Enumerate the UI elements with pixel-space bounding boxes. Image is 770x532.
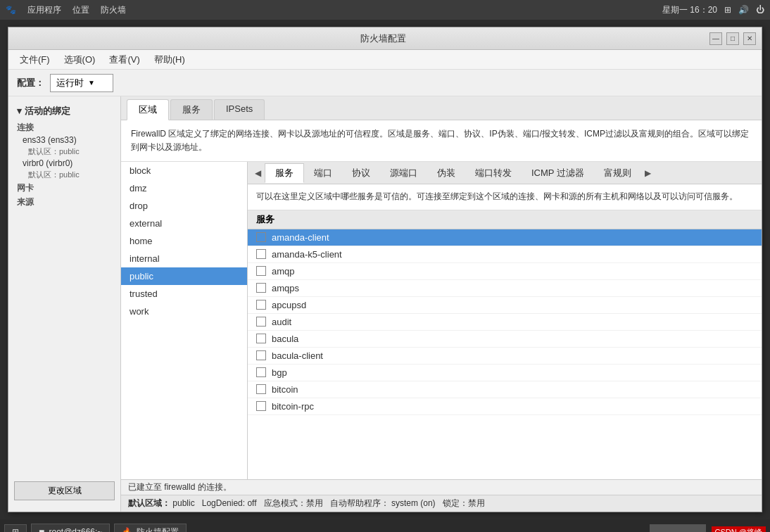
checkbox-bgp[interactable] xyxy=(256,367,266,377)
menu-options[interactable]: 选项(O) xyxy=(58,52,101,68)
tab-zone[interactable]: 区域 xyxy=(127,99,169,120)
service-item-bgp[interactable]: bgp xyxy=(248,365,762,381)
minimize-button[interactable]: — xyxy=(709,32,722,45)
app-menu[interactable]: 应用程序 xyxy=(27,4,61,16)
service-list-header: 服务 xyxy=(248,210,762,229)
checkbox-bacula-client[interactable] xyxy=(256,350,266,360)
close-button[interactable]: ✕ xyxy=(743,32,756,45)
checkbox-amqps[interactable] xyxy=(256,283,266,293)
zone-item-internal[interactable]: internal xyxy=(121,250,247,267)
tab-services[interactable]: 服务 xyxy=(170,99,213,120)
prev-tab-button[interactable]: ◀ xyxy=(251,163,265,183)
service-item-amqp[interactable]: amqp xyxy=(248,263,762,280)
zone-item-trusted[interactable]: trusted xyxy=(121,285,247,303)
checkbox-bitcoin[interactable] xyxy=(256,384,266,394)
service-item-amanda-client[interactable]: amanda-client xyxy=(248,229,762,246)
runtime-dropdown[interactable]: 运行时 ▼ xyxy=(50,74,113,92)
service-item-bacula-client[interactable]: bacula-client xyxy=(248,348,762,365)
zone-item-dmz[interactable]: dmz xyxy=(121,179,247,197)
auto-helper-label: 自动帮助程序： xyxy=(330,498,389,508)
firewall-taskbar-button[interactable]: 🔥 防火墙配置 xyxy=(114,524,187,533)
zone-item-block[interactable]: block xyxy=(121,162,247,179)
sidebar-virbr0[interactable]: virbr0 (virbr0) xyxy=(8,158,120,169)
sidebar-virbr0-default: 默认区：public xyxy=(8,169,120,181)
csdn-badge: CSDN @将峰 xyxy=(712,526,766,533)
main-window: 防火墙配置 — □ ✕ 文件(F) 选项(O) 查看(V) 帮助(H) 配置： … xyxy=(8,27,762,512)
change-zone-button[interactable]: 更改区域 xyxy=(14,481,115,500)
toolbar: 配置： 运行时 ▼ xyxy=(8,70,762,96)
sidebar: ▾ 活动的绑定 连接 ens33 (ens33) 默认区：public virb… xyxy=(8,96,121,512)
next-tab-button[interactable]: ▶ xyxy=(641,163,655,183)
status-bar-bottom: 默认区域： public LogDenied: off 应急模式：禁用 自动帮助… xyxy=(121,495,762,512)
window-controls: — □ ✕ xyxy=(709,32,756,45)
checkbox-bacula[interactable] xyxy=(256,334,266,343)
main-tab-bar: 区域 服务 IPSets xyxy=(121,96,762,120)
service-item-apcupsd[interactable]: apcupsd xyxy=(248,297,762,314)
network-icon: ⊞ xyxy=(724,5,731,15)
tab-ipsets[interactable]: IPSets xyxy=(214,99,265,120)
taskbar-right: CSDN @将峰 xyxy=(650,524,766,532)
service-item-bitcoin-rpc[interactable]: bitcoin-rpc xyxy=(248,398,762,415)
service-item-bacula[interactable]: bacula xyxy=(248,331,762,348)
service-tab-5[interactable]: 端口转发 xyxy=(465,163,522,183)
service-item-bitcoin[interactable]: bitcoin xyxy=(248,381,762,398)
menu-file[interactable]: 文件(F) xyxy=(14,52,56,68)
service-item-amqps[interactable]: amqps xyxy=(248,280,762,297)
service-tab-4[interactable]: 伪装 xyxy=(427,163,465,183)
sidebar-bottom: 更改区域 xyxy=(8,476,120,506)
checkbox-amqp[interactable] xyxy=(256,266,266,276)
default-zone-value: public xyxy=(172,498,194,508)
service-tab-2[interactable]: 协议 xyxy=(342,163,380,183)
service-tab-bar: ◀ 服务端口协议源端口伪装端口转发ICMP 过滤器富规则 ▶ xyxy=(248,162,762,184)
maximize-button[interactable]: □ xyxy=(726,32,739,45)
service-item-amanda-k5-client[interactable]: amanda-k5-client xyxy=(248,246,762,263)
menu-help[interactable]: 帮助(H) xyxy=(149,52,191,68)
terminal-button[interactable]: ■ root@dz666:~ xyxy=(31,524,110,532)
auto-helper-value: system (on) xyxy=(391,498,436,508)
zone-item-home[interactable]: home xyxy=(121,232,247,250)
service-label-amanda-client: amanda-client xyxy=(272,232,329,243)
firewall-icon: 🔥 xyxy=(122,527,132,532)
sidebar-ens33[interactable]: ens33 (ens33) xyxy=(8,134,120,146)
taskbar-input xyxy=(650,524,706,532)
checkbox-amanda-k5-client[interactable] xyxy=(256,249,266,259)
status-connected: 已建立至 firewalld 的连接。 xyxy=(128,482,232,492)
zone-item-drop[interactable]: drop xyxy=(121,197,247,215)
checkbox-bitcoin-rpc[interactable] xyxy=(256,401,266,411)
service-tab-0[interactable]: 服务 xyxy=(265,163,304,183)
fedora-logo: 🐾 xyxy=(6,5,16,15)
title-bar: 防火墙配置 — □ ✕ xyxy=(8,27,762,50)
screen-icon: ⊞ xyxy=(12,527,19,532)
taskbar: ⊞ ■ root@dz666:~ 🔥 防火墙配置 CSDN @将峰 xyxy=(0,519,770,532)
power-icon: ⏻ xyxy=(756,5,764,15)
time-display: 星期一 16：20 xyxy=(662,4,717,16)
zone-item-public[interactable]: public xyxy=(121,267,247,285)
service-item-audit[interactable]: audit xyxy=(248,314,762,331)
service-label-bitcoin-rpc: bitcoin-rpc xyxy=(272,401,314,412)
service-label-amqp: amqp xyxy=(272,266,295,277)
screen-button[interactable]: ⊞ xyxy=(4,524,27,532)
position-menu[interactable]: 位置 xyxy=(72,4,89,16)
config-label: 配置： xyxy=(17,77,44,89)
sidebar-active-bindings[interactable]: ▾ 活动的绑定 xyxy=(8,102,120,120)
service-tab-7[interactable]: 富规则 xyxy=(594,163,641,183)
zone-description: FirewallD 区域定义了绑定的网络连接、网卡以及源地址的可信程度。区域是服… xyxy=(121,120,762,162)
menu-view[interactable]: 查看(V) xyxy=(103,52,145,68)
menu-bar: 文件(F) 选项(O) 查看(V) 帮助(H) xyxy=(8,50,762,70)
zone-item-external[interactable]: external xyxy=(121,215,247,232)
service-tab-1[interactable]: 端口 xyxy=(304,163,342,183)
service-label-bgp: bgp xyxy=(272,367,287,378)
service-tab-3[interactable]: 源端口 xyxy=(380,163,427,183)
checkbox-audit[interactable] xyxy=(256,317,266,327)
zone-item-work[interactable]: work xyxy=(121,303,247,320)
default-zone-label: 默认区域： xyxy=(128,498,170,508)
window-title: 防火墙配置 xyxy=(56,32,709,45)
checkbox-apcupsd[interactable] xyxy=(256,300,266,310)
system-bar-right: 星期一 16：20 ⊞ 🔊 ⏻ xyxy=(662,4,764,16)
service-tab-6[interactable]: ICMP 过滤器 xyxy=(522,163,594,183)
checkbox-amanda-client[interactable] xyxy=(256,232,266,242)
firewall-menu[interactable]: 防火墙 xyxy=(101,4,126,16)
service-list: amanda-clientamanda-k5-clientamqpamqpsap… xyxy=(248,229,762,479)
zone-list: blockdmzdropexternalhomeinternalpublictr… xyxy=(121,162,248,479)
service-label-amqps: amqps xyxy=(272,283,299,293)
